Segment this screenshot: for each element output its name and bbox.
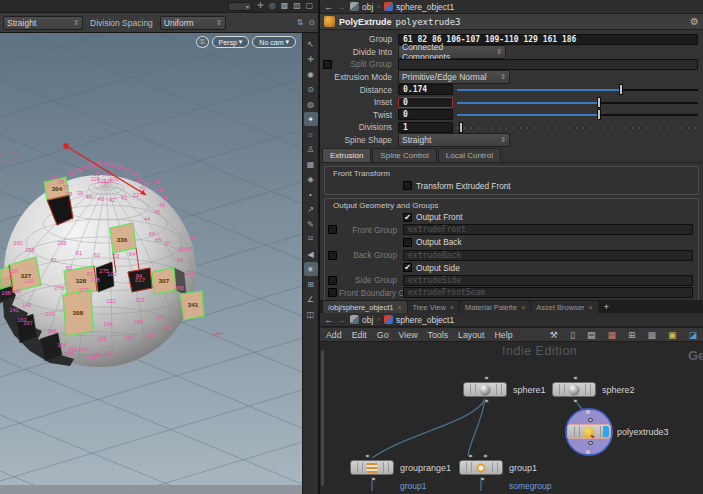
lock-camera-icon[interactable]: ⚿ <box>196 36 209 48</box>
projection-menu[interactable]: Persp▾ <box>212 36 250 48</box>
input-connector[interactable] <box>484 376 489 380</box>
rewind-icon[interactable]: ◀ <box>304 247 318 261</box>
breadcrumb-obj[interactable]: obj <box>350 2 373 12</box>
snap-grid-icon[interactable]: ▩ <box>281 1 289 10</box>
menu-add[interactable]: Add <box>326 330 342 340</box>
menu-edit[interactable]: Edit <box>352 330 367 340</box>
headlight-icon[interactable]: ☼ <box>304 127 318 141</box>
input-connector[interactable] <box>365 454 370 458</box>
add-tab-button[interactable]: + <box>599 301 614 313</box>
thumbnail-icon[interactable]: ▩ <box>647 330 656 340</box>
input-connector[interactable] <box>573 376 578 380</box>
output-side-checkbox[interactable]: ✔ <box>403 263 412 272</box>
input-connector[interactable] <box>588 418 593 422</box>
output-connector[interactable] <box>588 441 593 445</box>
node-group1[interactable]: group1somegroup <box>459 460 503 475</box>
breadcrumb-obj[interactable]: obj <box>350 315 373 325</box>
output-connector[interactable] <box>371 477 376 481</box>
close-tab-icon[interactable]: × <box>521 304 525 311</box>
split-view-icon[interactable]: ◫ <box>304 307 318 321</box>
back-group-checkbox[interactable] <box>328 251 337 260</box>
multi-rep-icon[interactable]: ¹² <box>304 232 318 246</box>
list-view-icon[interactable]: ▤ <box>587 330 596 340</box>
parm-tab-local-control[interactable]: Local Control <box>438 148 501 162</box>
side-group-checkbox[interactable] <box>328 276 337 285</box>
sort-icon[interactable]: ⇅ <box>297 18 304 27</box>
forward-arrow-icon[interactable]: → <box>337 2 346 12</box>
pivot-icon[interactable]: • <box>304 187 318 201</box>
close-tab-icon[interactable]: × <box>589 304 593 311</box>
extrusion-mode-combo[interactable]: Primitive/Edge Normal⇕ <box>398 70 510 84</box>
distance-input[interactable]: 0.174 <box>398 84 453 95</box>
node-grouprange1[interactable]: grouprange1group1 <box>350 460 394 475</box>
network-editor[interactable]: Indie Edition Ge sphere1sphere2polyextru… <box>320 342 703 494</box>
move-tool-icon[interactable]: ✛ <box>304 52 318 66</box>
breadcrumb-node[interactable]: sphere_object1 <box>384 315 454 325</box>
pin-icon[interactable]: ✛ <box>257 1 264 10</box>
lighting-icon[interactable]: ✦ <box>304 112 318 126</box>
node-name-field[interactable]: polyextrude3 <box>396 17 461 27</box>
material-icon[interactable]: ◈ <box>304 172 318 186</box>
snapshot-icon[interactable]: ▦ <box>304 157 318 171</box>
front-group-checkbox[interactable] <box>328 225 337 234</box>
network-box-icon[interactable]: ◪ <box>688 330 697 340</box>
camera-menu[interactable]: No cam▾ <box>252 36 296 48</box>
operation-combo[interactable]: ▾ <box>228 2 252 11</box>
angle-snap-icon[interactable]: ∠ <box>304 292 318 306</box>
output-connector[interactable] <box>484 399 489 403</box>
motion-icon[interactable]: ✳ <box>304 262 318 276</box>
input-connector[interactable] <box>483 454 488 458</box>
input-connector[interactable] <box>468 454 473 458</box>
orient-icon[interactable]: ↗ <box>304 202 318 216</box>
secure-selection-icon[interactable]: ◉ <box>304 67 318 81</box>
spine-shape-combo[interactable]: Straight⇕ <box>398 133 510 147</box>
split-group-checkbox[interactable] <box>323 60 332 69</box>
customize-toolbar-icon[interactable]: ⚒ <box>550 330 558 340</box>
parm-tab-extrusion[interactable]: Extrusion <box>322 148 371 162</box>
output-front-checkbox[interactable]: ✔ <box>403 213 412 222</box>
grid-layout-icon[interactable]: ⊞ <box>628 330 636 340</box>
snap-prim-icon[interactable]: ▨ <box>293 1 301 10</box>
close-tab-icon[interactable]: × <box>450 304 454 311</box>
gear-icon[interactable]: ⚙ <box>690 16 699 27</box>
pane-tab[interactable]: /obj/sphere_object1× <box>323 301 407 313</box>
radial-menu-icon[interactable]: ◎ <box>269 1 276 10</box>
menu-tools[interactable]: Tools <box>428 330 449 340</box>
menu-view[interactable]: View <box>399 330 418 340</box>
distance-slider[interactable] <box>457 84 698 95</box>
inset-slider[interactable] <box>457 97 698 108</box>
extrude-handle-tip[interactable] <box>64 144 69 149</box>
help-icon[interactable]: ⊙ <box>308 18 315 27</box>
pane-tab[interactable]: Material Palette× <box>460 301 530 313</box>
viewport-3d[interactable]: 5636353433323130292827262524232249484746… <box>0 33 318 494</box>
character-icon[interactable]: ♙ <box>304 142 318 156</box>
select-tool-icon[interactable]: ↖ <box>304 37 318 51</box>
grid-icon[interactable]: ⊞ <box>304 277 318 291</box>
close-tab-icon[interactable]: × <box>397 304 401 311</box>
menu-go[interactable]: Go <box>377 330 389 340</box>
visibility-icon[interactable]: ⊙ <box>304 82 318 96</box>
menu-layout[interactable]: Layout <box>458 330 484 340</box>
pane-tab[interactable]: Asset Browser× <box>531 301 597 313</box>
divide-into-combo[interactable]: Connected Components⇕ <box>398 45 506 59</box>
breadcrumb-node[interactable]: sphere_object1 <box>384 2 454 12</box>
display-flag[interactable] <box>603 426 609 437</box>
output-connector[interactable] <box>573 399 578 403</box>
menu-help[interactable]: Help <box>494 330 512 340</box>
inset-input[interactable]: 0 <box>398 97 453 108</box>
divisions-slider[interactable] <box>457 122 698 133</box>
front-boundary-gr--checkbox[interactable] <box>328 288 337 297</box>
extrusion-type-combo[interactable]: Straight⇕ <box>3 16 83 30</box>
pane-tab[interactable]: Tree View× <box>408 301 459 313</box>
node-sphere1[interactable]: sphere1 <box>463 382 507 397</box>
color-palette-icon[interactable]: ▦ <box>607 330 616 340</box>
division-spacing-combo[interactable]: Uniform⇕ <box>160 16 226 30</box>
back-arrow-icon[interactable]: ← <box>324 315 333 325</box>
twist-slider[interactable] <box>457 109 698 120</box>
transform-extruded-front-checkbox[interactable] <box>403 181 412 190</box>
output-back-checkbox[interactable] <box>403 238 412 247</box>
snap-frame-icon[interactable]: ▢ <box>306 1 314 10</box>
forward-arrow-icon[interactable]: → <box>337 315 346 325</box>
parm-tab-spine-control[interactable]: Spine Control <box>372 148 436 162</box>
back-arrow-icon[interactable]: ← <box>324 2 333 12</box>
